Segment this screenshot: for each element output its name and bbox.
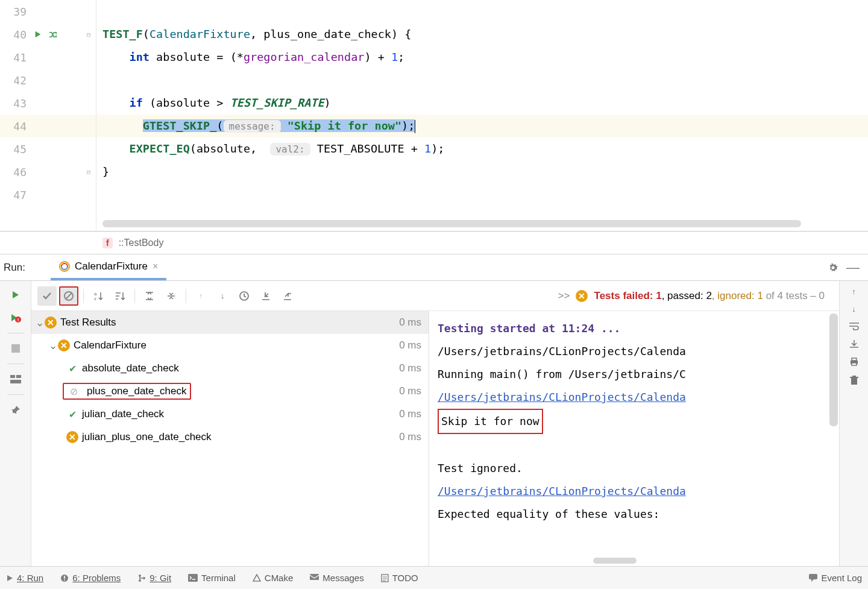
tree-test[interactable]: ⊘ plus_one_date_check 0 ms [31,380,429,403]
trash-icon[interactable] [849,375,859,386]
code-token: ; [398,51,404,63]
fold-marker-icon[interactable]: ⊟ [85,168,92,176]
tree-test[interactable]: ✕ julian_plus_one_date_check 0 ms [31,426,429,449]
tree-root[interactable]: ⌄ ✕ Test Results 0 ms [31,311,429,334]
gear-icon[interactable] [827,262,839,274]
line-number: 40 [8,28,27,41]
pin-button[interactable] [7,401,25,419]
soft-wrap-icon[interactable] [849,322,860,330]
fail-icon: ✕ [576,290,588,302]
code-token: ( [216,119,223,132]
sort-duration-button[interactable] [110,286,130,306]
import-tests-button[interactable] [256,286,275,306]
prev-failed-button[interactable]: ↑ [191,286,210,306]
status-git[interactable]: 9: Git [137,573,171,583]
test-tree[interactable]: ⌄ ✕ Test Results 0 ms ⌄ ✕ CalendarFixtur… [31,311,429,566]
line-number: 45 [8,143,27,156]
tree-test[interactable]: ✔ absolute_date_check 0 ms [31,357,429,380]
console-scrollbar[interactable] [829,313,838,564]
code-token: (absolute > [143,96,230,109]
code-token: EXPECT_EQ [130,142,190,155]
rerun-failed-button[interactable]: ! [7,309,25,327]
svg-marker-29 [253,575,260,581]
console-right-rail: ↑ ↓ [839,281,868,566]
run-label: Run: [4,262,51,274]
status-terminal[interactable]: Terminal [188,573,236,583]
status-todo[interactable]: TODO [381,573,418,583]
code-token: (absolute, [190,142,271,155]
tree-label: absolute_date_check [82,362,179,374]
svg-rect-17 [852,363,857,365]
status-bar: 4: Run 6: Problems 9: Git Terminal CMake… [0,566,868,589]
layout-button[interactable] [7,370,25,388]
export-tests-button[interactable] [278,286,297,306]
tree-time: 0 ms [399,362,421,374]
chevron-down-icon[interactable]: ⌄ [35,317,45,329]
expand-all-button[interactable] [140,286,159,306]
collapse-all-button[interactable] [162,286,181,306]
code-token: TEST_F [102,28,143,40]
status-cmake[interactable]: CMake [253,573,294,583]
svg-marker-2 [13,291,19,298]
crumb-label[interactable]: ::TestBody [119,238,164,248]
code-token: plus_one_date_check [263,28,391,40]
param-hint: val2: [270,143,310,156]
chevron-down-icon[interactable]: ⌄ [48,339,58,352]
code-token: ) + [364,51,391,63]
shuffle-icon[interactable] [48,30,57,39]
run-toolwindow-header: Run: CalendarFixture × — [0,254,868,281]
console-pane[interactable]: Testing started at 11:24 ... /Users/jetb… [429,311,839,566]
status-run[interactable]: 4: Run [6,573,43,583]
svg-rect-9 [10,380,21,383]
run-left-rail: ! [0,281,31,566]
console-horizontal-scrollbar[interactable] [593,558,637,564]
test-toolbar: az ↑ ↓ >> ✕ Tests failed: 1, passed: 2, … [31,281,839,311]
sort-alpha-button[interactable]: az [89,286,108,306]
svg-marker-21 [7,575,13,581]
code-token: int [130,51,149,63]
rerun-button[interactable] [7,286,25,304]
more-icon[interactable]: >> [558,290,570,301]
tree-time: 0 ms [399,408,421,420]
test-summary: >> ✕ Tests failed: 1, passed: 2, ignored… [558,290,834,302]
code-token: ); [401,119,415,132]
fold-marker-icon[interactable]: ⊟ [85,31,92,39]
code-token: 1 [391,51,398,63]
code-token: 1 [424,142,431,155]
run-test-icon[interactable] [34,30,42,39]
close-tab-icon[interactable]: × [153,261,158,272]
hide-toolwindow-icon[interactable]: — [846,260,860,276]
svg-rect-20 [852,376,856,377]
scroll-up-icon[interactable]: ↑ [852,287,856,296]
code-token: absolute = (* [149,51,244,63]
print-icon[interactable] [849,357,860,367]
console-link[interactable]: /Users/jetbrains/CLionProjects/Calenda [438,485,686,497]
editor-horizontal-scrollbar[interactable] [102,220,862,227]
run-tab[interactable]: CalendarFixture × [51,254,166,280]
tree-label: CalendarFixture [74,339,146,351]
svg-rect-24 [64,579,65,581]
tree-test[interactable]: ✔ julian_date_check 0 ms [31,403,429,426]
show-passed-button[interactable] [37,286,57,306]
status-problems[interactable]: 6: Problems [60,573,121,583]
status-messages[interactable]: Messages [310,573,363,583]
tree-time: 0 ms [399,385,421,397]
skip-icon: ⊘ [68,385,80,397]
show-ignored-button[interactable] [59,286,78,306]
code-token: ); [431,142,444,155]
test-history-button[interactable] [234,286,254,306]
tree-fixture[interactable]: ⌄ ✕ CalendarFixture 0 ms [31,334,429,357]
code-editor[interactable]: TEST_F(CalendarFixture, plus_one_date_ch… [96,0,868,231]
line-number: 41 [8,51,27,64]
code-token: } [102,165,109,178]
svg-rect-16 [852,358,857,361]
next-failed-button[interactable]: ↓ [213,286,232,306]
console-output[interactable]: Testing started at 11:24 ... /Users/jetb… [429,311,839,566]
scroll-down-icon[interactable]: ↓ [852,304,856,313]
status-eventlog[interactable]: Event Log [809,573,862,583]
scroll-to-end-icon[interactable] [849,339,860,348]
gutter: 39 40 ⊟ 41 42 43 44 45 46⊟ 47 [0,0,96,231]
line-number: 46 [8,166,27,178]
stop-button[interactable] [7,339,25,357]
console-link[interactable]: /Users/jetbrains/CLionProjects/Calenda [438,391,686,403]
